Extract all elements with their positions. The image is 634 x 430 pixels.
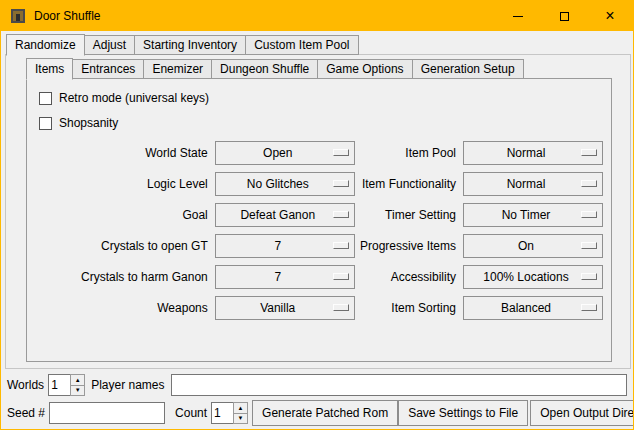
- count-spin-buttons: ▲ ▼: [233, 402, 248, 424]
- spin-up-button[interactable]: ▲: [233, 402, 248, 414]
- tab-label: Game Options: [326, 62, 403, 76]
- item-pool-label: Item Pool: [357, 146, 456, 160]
- dropdown-indicator-icon: [333, 211, 349, 218]
- tab-dungeon-shuffle[interactable]: Dungeon Shuffle: [211, 59, 318, 79]
- option-row: Goal Defeat Ganon Timer Setting No Timer: [39, 203, 603, 227]
- dropdown-indicator-icon: [581, 211, 597, 218]
- open-output-directory-button[interactable]: Open Output Directory: [530, 400, 634, 426]
- option-row: World State Open Item Pool Normal: [39, 141, 603, 165]
- dropdown-indicator-icon: [581, 149, 597, 156]
- tab-game-options[interactable]: Game Options: [317, 59, 412, 79]
- tab-label: Enemizer: [152, 62, 203, 76]
- world-state-dropdown[interactable]: Open: [215, 141, 355, 165]
- item-functionality-dropdown[interactable]: Normal: [463, 172, 603, 196]
- tab-adjust[interactable]: Adjust: [84, 35, 135, 55]
- dropdown-value: Normal: [507, 146, 560, 160]
- dropdown-indicator-icon: [333, 242, 349, 249]
- seed-input[interactable]: [49, 402, 165, 424]
- tab-enemizer[interactable]: Enemizer: [143, 59, 212, 79]
- item-sorting-dropdown[interactable]: Balanced: [463, 296, 603, 320]
- item-functionality-label: Item Functionality: [357, 177, 456, 191]
- retro-mode-label: Retro mode (universal keys): [59, 91, 209, 105]
- window-title: Door Shuffle: [34, 9, 101, 23]
- spin-up-icon: ▲: [238, 405, 244, 411]
- player-names-input[interactable]: [171, 374, 628, 396]
- minimize-button[interactable]: [495, 1, 541, 31]
- retro-mode-row: Retro mode (universal keys): [39, 87, 603, 109]
- tab-custom-item-pool[interactable]: Custom Item Pool: [245, 35, 358, 55]
- weapons-dropdown[interactable]: Vanilla: [215, 296, 355, 320]
- close-button[interactable]: ×: [587, 1, 633, 31]
- spin-down-icon: ▼: [238, 415, 244, 421]
- timer-setting-dropdown[interactable]: No Timer: [463, 203, 603, 227]
- dropdown-value: Normal: [507, 177, 560, 191]
- count-label: Count: [175, 406, 207, 420]
- dropdown-value: 100% Locations: [483, 270, 582, 284]
- dropdown-value: Defeat Ganon: [240, 208, 329, 222]
- maximize-icon: [560, 12, 569, 21]
- player-names-label: Player names: [91, 378, 164, 392]
- app-window: Door Shuffle × Randomize Adjust Starting…: [0, 0, 634, 430]
- goal-dropdown[interactable]: Defeat Ganon: [215, 203, 355, 227]
- maximize-button[interactable]: [541, 1, 587, 31]
- spin-down-button[interactable]: ▼: [233, 414, 248, 425]
- window-controls: ×: [495, 1, 633, 31]
- tab-label: Starting Inventory: [143, 38, 237, 52]
- titlebar: Door Shuffle ×: [1, 1, 633, 31]
- minimize-icon: [513, 16, 523, 17]
- generate-patched-rom-button[interactable]: Generate Patched Rom: [252, 400, 398, 426]
- tab-starting-inventory[interactable]: Starting Inventory: [134, 35, 246, 55]
- dropdown-indicator-icon: [333, 149, 349, 156]
- dropdown-value: No Glitches: [247, 177, 323, 191]
- spin-up-icon: ▲: [75, 377, 81, 383]
- dropdown-value: Vanilla: [260, 301, 309, 315]
- progressive-items-dropdown[interactable]: On: [463, 234, 603, 258]
- spin-down-button[interactable]: ▼: [70, 386, 85, 397]
- crystals-ganon-dropdown[interactable]: 7: [215, 265, 355, 289]
- tab-items[interactable]: Items: [26, 58, 73, 80]
- button-label: Generate Patched Rom: [262, 406, 388, 420]
- dropdown-value: On: [518, 239, 548, 253]
- tab-label: Adjust: [93, 38, 126, 52]
- count-input[interactable]: [211, 402, 233, 424]
- seed-row: Seed # Count ▲ ▼ Generate Patched Rom Sa…: [7, 400, 627, 426]
- tab-label: Randomize: [15, 38, 76, 52]
- weapons-label: Weapons: [39, 301, 208, 315]
- tab-label: Dungeon Shuffle: [220, 62, 309, 76]
- dropdown-indicator-icon: [581, 304, 597, 311]
- retro-mode-checkbox[interactable]: [39, 92, 52, 105]
- logic-level-dropdown[interactable]: No Glitches: [215, 172, 355, 196]
- shopsanity-checkbox[interactable]: [39, 117, 52, 130]
- worlds-row: Worlds ▲ ▼ Player names: [7, 373, 627, 397]
- option-row: Crystals to harm Ganon 7 Accessibility 1…: [39, 265, 603, 289]
- dropdown-indicator-icon: [581, 242, 597, 249]
- dropdown-value: 7: [274, 239, 295, 253]
- app-icon: [10, 8, 26, 24]
- item-pool-dropdown[interactable]: Normal: [463, 141, 603, 165]
- dropdown-value: No Timer: [502, 208, 565, 222]
- worlds-input[interactable]: [48, 374, 70, 396]
- option-row: Logic Level No Glitches Item Functionali…: [39, 172, 603, 196]
- dropdown-value: Balanced: [501, 301, 565, 315]
- count-spinner: ▲ ▼: [211, 402, 248, 424]
- shopsanity-row: Shopsanity: [39, 112, 603, 134]
- tab-entrances[interactable]: Entrances: [72, 59, 144, 79]
- save-settings-button[interactable]: Save Settings to File: [398, 400, 528, 426]
- main-tab-bar: Randomize Adjust Starting Inventory Cust…: [6, 34, 358, 55]
- button-label: Save Settings to File: [408, 406, 518, 420]
- world-state-label: World State: [39, 146, 208, 160]
- accessibility-label: Accessibility: [357, 270, 456, 284]
- dropdown-indicator-icon: [333, 273, 349, 280]
- worlds-spinner: ▲ ▼: [48, 374, 85, 396]
- worlds-label: Worlds: [7, 378, 44, 392]
- progressive-items-label: Progressive Items: [357, 239, 456, 253]
- dropdown-indicator-icon: [581, 180, 597, 187]
- accessibility-dropdown[interactable]: 100% Locations: [463, 265, 603, 289]
- option-rows: World State Open Item Pool Normal Logic …: [39, 141, 603, 320]
- spin-up-button[interactable]: ▲: [70, 374, 85, 386]
- option-row: Crystals to open GT 7 Progressive Items …: [39, 234, 603, 258]
- crystals-gt-dropdown[interactable]: 7: [215, 234, 355, 258]
- dropdown-indicator-icon: [581, 273, 597, 280]
- tab-randomize[interactable]: Randomize: [6, 34, 85, 56]
- tab-generation-setup[interactable]: Generation Setup: [412, 59, 524, 79]
